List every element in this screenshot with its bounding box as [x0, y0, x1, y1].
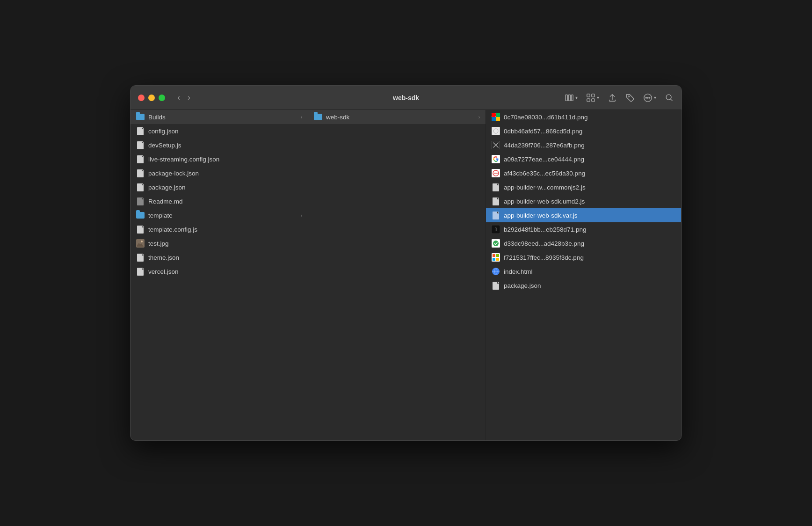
doc-icon [136, 183, 145, 191]
more-button[interactable]: ▾ [643, 93, 656, 102]
file-name: package-lock.json [148, 170, 302, 177]
list-item-png-0[interactable]: 0c70ae08030...d61b411d.png [486, 110, 681, 124]
file-name: b292d48f1bb...eb258d71.png [504, 226, 675, 233]
list-item-config-json[interactable]: config.json [130, 124, 308, 138]
png-x-icon [492, 141, 500, 149]
svg-rect-5 [587, 98, 590, 101]
list-item-devsetup[interactable]: devSetup.js [130, 138, 308, 152]
column-1: Builds › config.json devSetup.js live-st… [130, 110, 308, 440]
list-item-web-sdk[interactable]: web-sdk › [308, 110, 486, 124]
red-png-icon [492, 169, 500, 177]
image-file-icon [136, 239, 145, 248]
share-button[interactable] [608, 93, 617, 102]
close-button[interactable] [138, 95, 145, 101]
svg-rect-35 [496, 258, 499, 261]
file-name: app-builder-web-sdk.umd2.js [504, 198, 675, 205]
file-name: template.config.js [148, 226, 302, 233]
svg-point-11 [649, 97, 650, 98]
list-item-template-config[interactable]: template.config.js [130, 222, 308, 236]
ms-png-icon [492, 253, 500, 262]
list-item-live-streaming[interactable]: live-streaming.config.json [130, 152, 308, 166]
chevron-right-icon: › [301, 115, 302, 120]
titlebar: ‹ › web-sdk ▾ ▾ [130, 86, 682, 110]
file-name: d33dc98eed...ad428b3e.png [504, 240, 675, 247]
apps-button[interactable]: ▾ [586, 93, 599, 102]
list-item-umd2[interactable]: app-builder-web-sdk.umd2.js [486, 194, 681, 208]
columns-icon [565, 93, 574, 102]
png-red-icon [492, 169, 500, 177]
list-item-png-8[interactable]:  b292d48f1bb...eb258d71.png [486, 222, 681, 236]
svg-rect-20 [492, 127, 500, 135]
svg-rect-16 [492, 113, 496, 117]
list-item-commonjs2[interactable]: app-builder-w...commonjs2.js [486, 180, 681, 194]
doc-icon [136, 155, 145, 163]
svg-rect-6 [592, 98, 594, 101]
chevron-down-icon-3: ▾ [654, 95, 656, 100]
list-item-package-lock[interactable]: package-lock.json [130, 166, 308, 180]
svg-point-30 [493, 241, 499, 246]
colorful-png-icon [492, 113, 500, 121]
list-item-theme-json[interactable]: theme.json [130, 250, 308, 264]
list-item-builds[interactable]: Builds › [130, 110, 308, 124]
svg-rect-34 [493, 258, 495, 261]
file-name: config.json [148, 128, 302, 135]
list-item-png-10[interactable]: f7215317ffec...8935f3dc.png [486, 250, 681, 264]
file-name: vercel.json [148, 268, 302, 275]
image-icon [136, 239, 145, 248]
svg-point-10 [647, 97, 648, 98]
toolbar-right: ▾ ▾ [565, 93, 674, 102]
list-item-png-2[interactable]: 44da239f706...287e6afb.png [486, 138, 681, 152]
png-colorful-icon [492, 113, 500, 121]
png-ms-icon [492, 253, 500, 262]
more-icon [643, 93, 652, 102]
doc-icon [136, 141, 145, 149]
minimize-button[interactable] [148, 95, 155, 101]
list-item-package-json-3[interactable]: package.json [486, 278, 681, 292]
file-name: app-builder-w...commonjs2.js [504, 184, 675, 191]
maximize-button[interactable] [159, 95, 165, 101]
column-3: 0c70ae08030...d61b411d.png 0dbb46afd57..… [486, 110, 682, 440]
column-2: web-sdk › [308, 110, 486, 440]
search-icon [665, 93, 674, 102]
window-title: web-sdk [393, 94, 419, 102]
list-item-vercel-json[interactable]: vercel.json [130, 264, 308, 278]
list-item-package-json[interactable]: package.json [130, 180, 308, 194]
grid-icon [586, 93, 595, 102]
file-name: 0dbb46afd57...869cd5d.png [504, 128, 675, 135]
svg-rect-4 [592, 94, 594, 96]
chevron-right-icon: › [301, 213, 302, 218]
search-button[interactable] [665, 93, 674, 102]
file-name: af43cb6e35c...ec56da30.png [504, 170, 675, 177]
svg-rect-32 [493, 254, 495, 257]
doc-icon [136, 267, 145, 276]
folder-icon [136, 113, 145, 121]
list-item-png-9[interactable]: d33dc98eed...ad428b3e.png [486, 236, 681, 250]
folder-icon [136, 211, 145, 219]
globe-png-icon [492, 267, 500, 276]
file-name: devSetup.js [148, 142, 302, 149]
list-item-png-3[interactable]: a09a7277eae...ce04444.png [486, 152, 681, 166]
list-item-readme[interactable]: Readme.md [130, 194, 308, 208]
forward-button[interactable]: › [185, 92, 193, 103]
file-name: live-streaming.config.json [148, 156, 302, 163]
doc-icon [492, 183, 500, 191]
list-item-test-jpg[interactable]: test.jpg [130, 236, 308, 250]
list-item-var-js[interactable]: app-builder-web-sdk.var.js [486, 208, 681, 222]
list-item-png-1[interactable]: 0dbb46afd57...869cd5d.png [486, 124, 681, 138]
back-button[interactable]: ‹ [174, 92, 183, 103]
view-mode-button[interactable]: ▾ [565, 93, 578, 102]
nav-buttons: ‹ › [174, 92, 193, 103]
tag-button[interactable] [625, 93, 635, 102]
chevron-down-icon: ▾ [575, 95, 578, 100]
file-name: package.json [504, 282, 675, 289]
file-name: theme.json [148, 254, 302, 261]
file-name: f7215317ffec...8935f3dc.png [504, 254, 675, 261]
list-item-index-html[interactable]: index.html [486, 264, 681, 278]
file-name: a09a7277eae...ce04444.png [504, 156, 675, 163]
list-item-png-4[interactable]: af43cb6e35c...ec56da30.png [486, 166, 681, 180]
doc-icon [492, 197, 500, 205]
list-item-template[interactable]: template › [130, 208, 308, 222]
svg-rect-3 [587, 94, 590, 96]
doc-icon [136, 253, 145, 262]
white-png-icon [492, 127, 500, 135]
